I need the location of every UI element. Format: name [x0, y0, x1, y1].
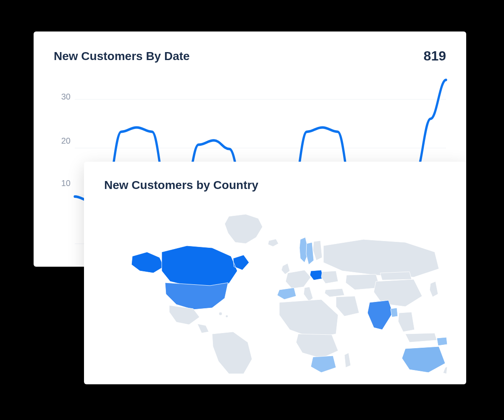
country-caribbean — [219, 312, 222, 315]
chart-title: New Customers By Date — [54, 50, 190, 63]
country-alaska — [131, 252, 164, 273]
country-south-africa — [311, 356, 336, 373]
card-header: New Customers By Date 819 — [54, 48, 446, 64]
country-canada — [162, 246, 249, 287]
country-turkey — [325, 289, 344, 297]
country-finland — [313, 241, 322, 260]
world-map-svg — [103, 208, 447, 376]
country-japan — [430, 281, 438, 297]
country-southeast-asia — [398, 312, 415, 332]
country-south-america — [212, 332, 252, 374]
country-mongolia — [380, 272, 412, 280]
country-iceland — [268, 239, 278, 247]
country-new-zealand — [443, 367, 447, 374]
country-greenland — [225, 214, 262, 244]
country-central-africa — [296, 334, 338, 358]
country-sweden — [306, 242, 314, 265]
country-bangladesh — [391, 308, 398, 317]
country-eastern-europe — [321, 271, 338, 284]
country-caribbean — [226, 315, 228, 318]
country-poland — [310, 270, 323, 280]
chart-title: New Customers by Country — [104, 178, 258, 192]
country-middle-east — [336, 296, 359, 316]
y-tick: 10 — [61, 178, 71, 188]
country-india — [368, 300, 393, 330]
country-italy — [304, 287, 313, 301]
country-russia — [323, 239, 439, 277]
y-tick: 30 — [61, 92, 71, 102]
world-map — [104, 204, 446, 380]
country-north-africa — [279, 299, 338, 338]
country-papua-new-guinea — [437, 337, 447, 346]
country-united-states — [165, 283, 228, 310]
card-header: New Customers by Country — [104, 178, 446, 192]
country-spain — [277, 288, 296, 299]
country-indonesia — [405, 333, 437, 342]
country-central-america — [197, 324, 209, 333]
country-madagascar — [344, 353, 351, 368]
y-axis: 30 20 10 — [54, 76, 75, 227]
country-western-europe — [286, 270, 311, 289]
y-tick: 20 — [61, 136, 71, 145]
country-uk — [281, 263, 290, 274]
chart-total-value: 819 — [424, 48, 446, 64]
card-new-customers-by-country: New Customers by Country — [84, 162, 466, 384]
country-australia — [402, 346, 445, 373]
